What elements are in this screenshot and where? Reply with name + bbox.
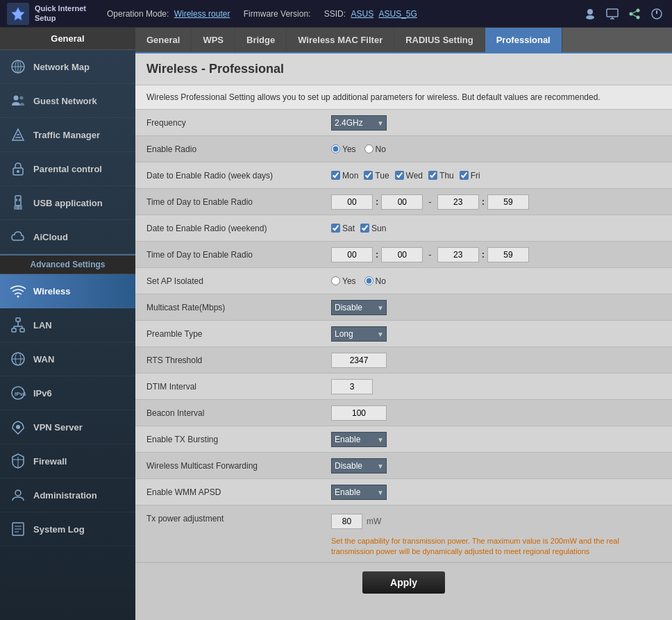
rts-input[interactable] (331, 353, 387, 368)
checkbox-wed-input[interactable] (395, 171, 404, 180)
sidebar-item-lan[interactable]: LAN (0, 308, 135, 342)
tx-power-row: mW (331, 514, 381, 529)
date-weekdays-label: Date to Enable Radio (week days) (135, 165, 323, 186)
checkbox-tue[interactable]: Tue (364, 171, 389, 181)
time-weekday-value: : - : (323, 190, 672, 214)
svg-point-1 (587, 9, 593, 15)
tab-wps[interactable]: WPS (192, 28, 235, 52)
header-icons (582, 6, 665, 22)
checkbox-fri[interactable]: Fri (460, 171, 480, 181)
ap-isolated-no[interactable]: No (364, 276, 386, 286)
tx-power-input[interactable] (331, 514, 362, 529)
checkbox-mon[interactable]: Mon (331, 171, 358, 181)
svg-rect-33 (20, 328, 24, 332)
ap-isolated-no-input[interactable] (364, 276, 373, 285)
ap-isolated-yes-input[interactable] (331, 276, 340, 285)
page-description: Wireless Professional Setting allows you… (135, 85, 672, 110)
checkbox-sun-input[interactable] (360, 224, 369, 233)
checkbox-sun[interactable]: Sun (360, 224, 386, 233)
ipv6-icon: IPv6 (8, 383, 28, 403)
checkbox-mon-input[interactable] (331, 171, 340, 180)
svg-point-8 (637, 15, 640, 19)
quick-setup-title[interactable]: Quick Internet Setup (35, 4, 86, 22)
weekday-checkboxes: Mon Tue Wed Thu Fri (331, 171, 480, 181)
time-weekday-to-m[interactable] (487, 194, 529, 210)
row-wmm-apsd: Enable WMM APSD Enable Disable ▼ (135, 479, 672, 505)
checkbox-thu-input[interactable] (428, 171, 437, 180)
usb-application-label: USB application (33, 198, 103, 208)
multicast-select[interactable]: Disable 125.56 (331, 300, 387, 315)
sidebar-item-wireless[interactable]: Wireless (0, 274, 135, 308)
wmm-apsd-select[interactable]: Enable Disable (331, 485, 387, 500)
beacon-input[interactable] (331, 405, 387, 421)
frequency-select[interactable]: 2.4GHz 5GHz (331, 115, 387, 131)
aicloud-icon (8, 227, 28, 246)
time-weekend-to-h[interactable] (437, 247, 479, 262)
parental-control-icon (8, 159, 28, 178)
power-icon[interactable] (648, 6, 665, 22)
ap-isolated-group: Yes No (331, 276, 386, 286)
ssid-2g[interactable]: ASUS (351, 9, 373, 19)
time-weekday-from-h[interactable] (331, 194, 373, 210)
row-beacon: Beacon Interval (135, 400, 672, 426)
svg-marker-0 (12, 8, 24, 20)
ssid-5g[interactable]: ASUS_5G (379, 9, 417, 19)
time-weekend-from-h[interactable] (331, 247, 373, 262)
sidebar-item-firewall[interactable]: Firewall (0, 444, 135, 478)
op-mode-value[interactable]: Wireless router (174, 9, 230, 19)
enable-radio-no-input[interactable] (364, 144, 373, 153)
monitor-icon[interactable] (604, 6, 621, 22)
page-title: Wireless - Professional (135, 53, 672, 85)
sidebar-item-system-log[interactable]: System Log (0, 512, 135, 546)
time-weekday-to-h[interactable] (437, 194, 479, 210)
sidebar-item-usb-application[interactable]: USB application (0, 186, 135, 220)
user-icon[interactable] (582, 6, 598, 22)
multicast-fwd-select[interactable]: Disable Enable (331, 458, 387, 474)
network-map-label: Network Map (33, 62, 90, 72)
tab-professional[interactable]: Professional (485, 28, 562, 52)
enable-radio-yes[interactable]: Yes (331, 144, 356, 154)
time-weekend-from-m[interactable] (381, 247, 423, 262)
frequency-select-wrapper: 2.4GHz 5GHz ▼ (331, 115, 387, 131)
sidebar-item-wan[interactable]: WAN (0, 342, 135, 376)
preamble-select[interactable]: Long Short (331, 326, 387, 342)
ap-isolated-yes[interactable]: Yes (331, 276, 356, 286)
time-weekday-from-m[interactable] (381, 194, 423, 210)
system-log-label: System Log (33, 524, 85, 535)
checkbox-sat[interactable]: Sat (331, 224, 355, 233)
sidebar-item-ipv6[interactable]: IPv6 IPv6 (0, 376, 135, 410)
apply-button[interactable]: Apply (362, 571, 445, 594)
tab-mac-filter[interactable]: Wireless MAC Filter (287, 28, 394, 52)
lan-label: LAN (33, 320, 52, 330)
sidebar-item-traffic-manager[interactable]: Traffic Manager (0, 118, 135, 152)
svg-point-2 (586, 15, 594, 19)
wan-icon (8, 349, 28, 369)
tab-radius[interactable]: RADIUS Setting (394, 28, 485, 52)
sidebar-item-parental-control[interactable]: Parental control (0, 152, 135, 186)
sidebar-item-aicloud[interactable]: AiCloud (0, 220, 135, 254)
checkbox-thu[interactable]: Thu (428, 171, 454, 181)
enable-radio-no[interactable]: No (364, 144, 386, 154)
dtim-input[interactable] (331, 379, 373, 394)
sidebar-item-guest-network[interactable]: Guest Network (0, 84, 135, 118)
apply-bar: Apply (135, 562, 672, 602)
checkbox-fri-input[interactable] (460, 171, 469, 180)
checkbox-wed[interactable]: Wed (395, 171, 423, 181)
time-weekend-to-m[interactable] (487, 247, 529, 262)
checkbox-sat-input[interactable] (331, 224, 340, 233)
tab-bridge[interactable]: Bridge (235, 28, 287, 52)
usb-application-icon (8, 193, 28, 212)
checkbox-tue-input[interactable] (364, 171, 373, 180)
tx-bursting-select[interactable]: Enable Disable (331, 432, 387, 447)
tab-general[interactable]: General (135, 28, 192, 52)
sidebar-item-vpn-server[interactable]: VPN Server (0, 410, 135, 444)
vpn-icon (8, 417, 28, 437)
share-icon[interactable] (626, 6, 643, 22)
tx-power-unit: mW (367, 517, 381, 526)
enable-radio-yes-input[interactable] (331, 144, 340, 153)
aicloud-label: AiCloud (33, 232, 68, 242)
svg-point-18 (20, 97, 24, 100)
settings-table: Frequency 2.4GHz 5GHz ▼ Enable Radio (135, 110, 672, 562)
sidebar-item-administration[interactable]: Administration (0, 478, 135, 512)
sidebar-item-network-map[interactable]: Network Map (0, 50, 135, 84)
